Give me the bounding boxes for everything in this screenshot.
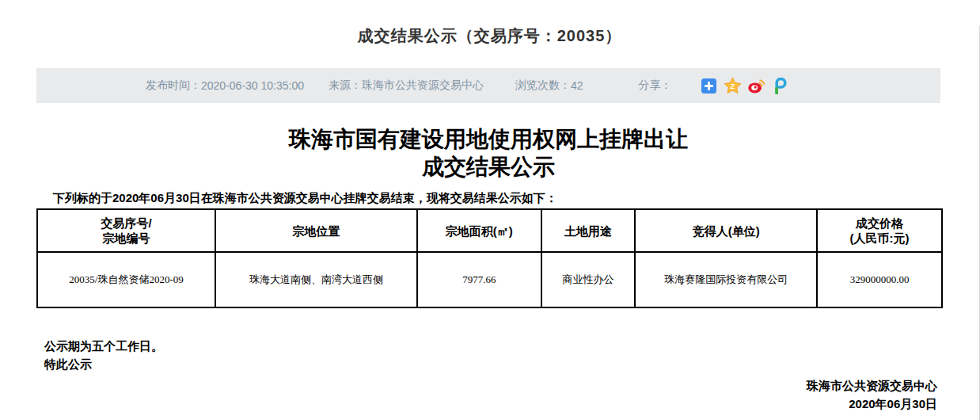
col-header-winning-bidder: 竞得人(单位) — [635, 209, 817, 252]
results-table: 交易序号/ 宗地编号 宗地位置 宗地面积(㎡) 土地用途 竞得人(单位) 成交价… — [36, 208, 943, 308]
publish-time: 发布时间：2020-06-30 10:35:00 — [146, 78, 304, 93]
qzone-star-icon[interactable]: Z — [724, 78, 741, 94]
share-more-icon[interactable] — [701, 78, 717, 94]
announcement-page: 成交结果公示（交易序号：20035） 发布时间：2020-06-30 10:35… — [0, 25, 980, 420]
cell-parcel-area: 7977.66 — [417, 252, 541, 307]
cell-parcel-location: 珠海大道南侧、南湾大道西侧 — [215, 252, 417, 307]
share-label: 分享： — [639, 78, 672, 93]
source-label: 来源： — [329, 78, 362, 93]
cell-land-use: 商业性办公 — [541, 252, 636, 307]
cell-deal-price: 329000000.00 — [817, 252, 942, 307]
content-area: 发布时间：2020-06-30 10:35:00 来源：珠海市公共资源交易中心 … — [36, 68, 940, 413]
page-title: 成交结果公示（交易序号：20035） — [0, 25, 979, 47]
doc-heading-line2: 成交结果公示 — [36, 153, 940, 181]
col-header-transaction-id: 交易序号/ 宗地编号 — [37, 209, 215, 252]
view-count-value: 42 — [571, 79, 583, 92]
view-count-label: 浏览次数： — [515, 78, 571, 93]
col-header-parcel-area: 宗地面积(㎡) — [417, 209, 541, 252]
closing-line1: 公示期为五个工作日。 — [44, 337, 940, 355]
doc-heading: 珠海市国有建设用地使用权网上挂牌出让 成交结果公示 — [36, 125, 940, 181]
closing-statement: 公示期为五个工作日。 特此公示 — [36, 337, 940, 373]
doc-heading-line1: 珠海市国有建设用地使用权网上挂牌出让 — [36, 125, 940, 153]
col-header-deal-price: 成交价格 (人民币:元) — [817, 209, 942, 252]
svg-text:Z: Z — [730, 82, 735, 90]
signature-org: 珠海市公共资源交易中心 — [36, 376, 937, 395]
weibo-icon[interactable] — [748, 78, 765, 94]
col-header-land-use: 土地用途 — [541, 209, 636, 252]
intro-paragraph: 下列标的于2020年06月30日在珠海市公共资源交易中心挂牌交易结束，现将交易结… — [36, 191, 940, 206]
publish-time-label: 发布时间： — [146, 78, 201, 93]
cell-transaction-id: 20035/珠自然资储2020-09 — [37, 252, 215, 307]
table-row: 20035/珠自然资储2020-09 珠海大道南侧、南湾大道西侧 7977.66… — [37, 252, 942, 307]
view-count: 浏览次数：42 — [515, 78, 583, 93]
signature-date: 2020年06月30日 — [36, 395, 937, 413]
col-header-parcel-location: 宗地位置 — [215, 209, 417, 252]
share-p-icon[interactable] — [772, 78, 788, 94]
cell-winning-bidder: 珠海赛隆国际投资有限公司 — [635, 252, 817, 307]
source-value: 珠海市公共资源交易中心 — [362, 78, 484, 93]
table-header-row: 交易序号/ 宗地编号 宗地位置 宗地面积(㎡) 土地用途 竞得人(单位) 成交价… — [37, 209, 942, 252]
source: 来源：珠海市公共资源交易中心 — [329, 78, 484, 93]
publish-time-value: 2020-06-30 10:35:00 — [201, 79, 304, 92]
signature-block: 珠海市公共资源交易中心 2020年06月30日 — [36, 376, 940, 413]
share-icon-group: Z — [701, 78, 788, 94]
closing-line2: 特此公示 — [44, 355, 940, 373]
meta-bar: 发布时间：2020-06-30 10:35:00 来源：珠海市公共资源交易中心 … — [36, 68, 940, 103]
